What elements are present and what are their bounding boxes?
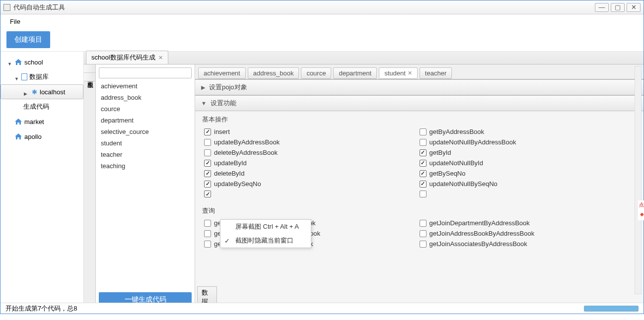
checkbox[interactable]: [420, 170, 427, 177]
table-item-achievement[interactable]: achievement: [96, 81, 195, 93]
expand-icon: [14, 74, 19, 79]
checkbox[interactable]: [420, 149, 427, 156]
checkbox[interactable]: [420, 160, 427, 167]
basic-ops-label: 基本操作: [195, 111, 644, 126]
table-item-selective_cource[interactable]: selective_cource: [96, 127, 195, 138]
menu-bar: File: [0, 14, 644, 28]
op-item: updateById: [204, 159, 420, 167]
tree-item-market[interactable]: market: [0, 114, 83, 129]
tab-label: department: [339, 69, 371, 77]
op-item: [420, 191, 635, 197]
vtab-main-panel[interactable]: 主面板: [84, 73, 95, 81]
tree-item-localhost[interactable]: ✱localhost: [0, 84, 83, 99]
func-header[interactable]: ▼ 设置功能: [195, 95, 644, 111]
house-icon: [14, 133, 22, 140]
title-bar: 代码自动生成工具 — ▢ ✕: [0, 0, 644, 14]
vertical-tabs: 设置 主面板: [84, 64, 96, 310]
tab-cource[interactable]: cource: [301, 67, 331, 79]
checkbox[interactable]: [420, 230, 427, 237]
op-item: getByAddressBook: [420, 128, 635, 135]
ctx-screenshot[interactable]: 屏幕截图 Ctrl + Alt + A: [220, 220, 311, 234]
op-label: getBySeqNo: [429, 170, 466, 177]
maximize-button[interactable]: ▢: [611, 3, 625, 12]
table-item-student[interactable]: student: [96, 138, 195, 150]
checkbox[interactable]: [420, 181, 427, 188]
minimize-button[interactable]: —: [595, 3, 609, 12]
op-label: getJoinAddressBookByAddressBook: [429, 230, 535, 237]
context-menu: 屏幕截图 Ctrl + Alt + A ✓ 截图时隐藏当前窗口: [220, 219, 311, 248]
window-title: 代码自动生成工具: [13, 3, 595, 12]
table-item-teacher[interactable]: teacher: [96, 150, 195, 161]
search-input[interactable]: [99, 67, 192, 78]
op-item: [204, 191, 420, 197]
bluetooth-icon: ✱: [31, 88, 38, 95]
tab-address_book[interactable]: address_book: [248, 67, 299, 79]
table-list-panel: achievementaddress_bookcourcedepartments…: [96, 64, 195, 310]
close-icon[interactable]: ✕: [408, 70, 412, 76]
tab-student[interactable]: student✕: [379, 67, 418, 79]
pojo-header[interactable]: ▶ 设置pojo对象: [195, 79, 644, 95]
op-label: getById: [429, 149, 451, 156]
op-label: updateBySeqNo: [214, 180, 261, 188]
checkbox[interactable]: [204, 191, 211, 197]
ctx-label: 屏幕截图 Ctrl + Alt + A: [235, 222, 299, 231]
checkbox[interactable]: [204, 160, 211, 167]
app-icon: [3, 4, 10, 11]
table-item-address_book[interactable]: address_book: [96, 93, 195, 104]
table-item-cource[interactable]: cource: [96, 104, 195, 116]
close-icon[interactable]: ✕: [158, 55, 163, 61]
checkbox[interactable]: [204, 241, 211, 248]
tab-achievement[interactable]: achievement: [198, 67, 246, 79]
table-item-teaching[interactable]: teaching: [96, 161, 195, 173]
check-icon: ✓: [224, 237, 230, 245]
checkbox[interactable]: [204, 170, 211, 177]
checkbox[interactable]: [420, 128, 427, 135]
doc-tab[interactable]: school数据库代码生成 ✕: [86, 51, 168, 64]
table-tabs: achievementaddress_bookcourcedepartments…: [195, 64, 644, 79]
checkbox[interactable]: [420, 191, 427, 197]
ctx-hide-window[interactable]: ✓ 截图时隐藏当前窗口: [220, 234, 311, 248]
tree-label: 生成代码: [23, 102, 49, 111]
tab-department[interactable]: department: [333, 67, 377, 79]
checkbox[interactable]: [204, 149, 211, 156]
op-label: updateByAddressBook: [214, 138, 280, 146]
checkbox[interactable]: [420, 220, 427, 227]
chevron-down-icon: ▼: [201, 100, 207, 106]
checkbox[interactable]: [204, 220, 211, 227]
close-button[interactable]: ✕: [627, 3, 641, 12]
tree-item-生成代码[interactable]: 生成代码: [0, 99, 83, 114]
op-item: deleteByAddressBook: [204, 149, 420, 156]
table-item-department[interactable]: department: [96, 116, 195, 127]
checkbox[interactable]: [420, 139, 427, 146]
content-area: school数据库代码生成 ✕ 设置 主面板 achievementaddres…: [84, 52, 644, 310]
op-label: getJoinDepartmentByAddressBook: [429, 219, 530, 227]
checkbox[interactable]: [204, 128, 211, 135]
checkbox[interactable]: [204, 181, 211, 188]
checkbox[interactable]: [204, 230, 211, 237]
tree-item-apollo[interactable]: apollo: [0, 129, 83, 144]
op-item: updateByAddressBook: [204, 138, 420, 146]
op-label: updateNotNullBySeqNo: [429, 180, 498, 188]
create-project-button[interactable]: 创建项目: [6, 31, 50, 48]
table-list: achievementaddress_bookcourcedepartments…: [96, 81, 195, 289]
op-item: updateNotNullById: [420, 159, 635, 167]
doc-tab-label: school数据库代码生成: [91, 53, 155, 62]
database-icon: [21, 73, 27, 80]
op-label: deleteByAddressBook: [214, 149, 278, 156]
checkbox[interactable]: [204, 139, 211, 146]
op-item: getJoinAssociatesByAddressBook: [420, 240, 635, 248]
vertical-scrollbar[interactable]: [635, 66, 642, 294]
tree-item-数据库[interactable]: 数据库: [0, 69, 83, 84]
op-label: insert: [214, 128, 230, 135]
tab-teacher[interactable]: teacher: [420, 67, 452, 79]
window-controls: — ▢ ✕: [595, 3, 641, 12]
op-label: updateNotNullByAddressBook: [429, 138, 516, 146]
checkbox[interactable]: [420, 241, 427, 248]
op-label: getByAddressBook: [429, 128, 485, 135]
file-menu[interactable]: File: [5, 16, 25, 27]
vtab-settings[interactable]: 设置: [84, 64, 95, 73]
op-label: updateById: [214, 159, 247, 167]
status-text: 开始生成第7个代码，总8: [5, 304, 77, 313]
tree-label: localhost: [40, 88, 65, 96]
tree-item-school[interactable]: school: [0, 55, 83, 69]
